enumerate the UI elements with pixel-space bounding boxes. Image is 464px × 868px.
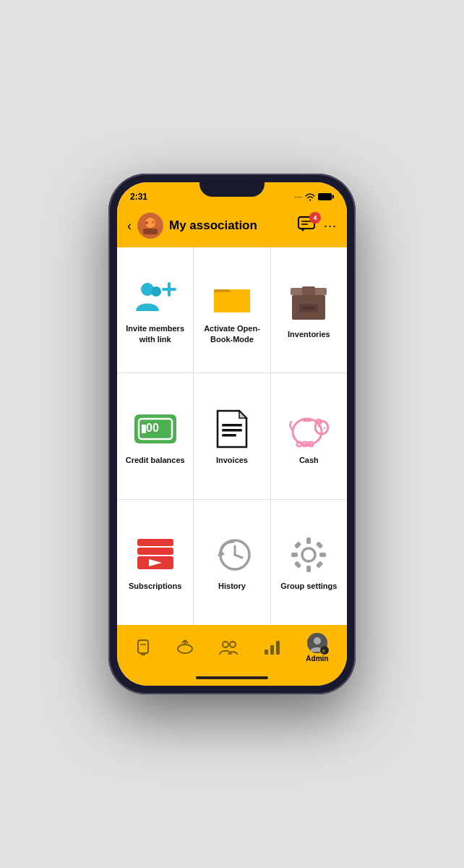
group-settings-label: Group settings <box>280 581 337 591</box>
grid-item-subscriptions[interactable]: Subscriptions <box>117 500 193 625</box>
svg-point-60 <box>178 644 192 653</box>
status-time: 2:31 <box>130 192 147 202</box>
grid-item-cash[interactable]: Cash <box>271 373 347 498</box>
header-title: My association <box>169 218 257 233</box>
nav-item-admin[interactable]: e Admin <box>300 630 334 665</box>
status-bar: 2:31 ···· <box>117 182 347 207</box>
svg-rect-55 <box>294 561 302 569</box>
subscriptions-label: Subscriptions <box>129 581 181 591</box>
svg-rect-27 <box>222 424 242 427</box>
svg-point-12 <box>151 286 161 297</box>
header-left: ‹ My association <box>127 213 257 239</box>
header-right: 4 ··· <box>298 216 337 235</box>
svg-rect-53 <box>294 541 302 549</box>
stats-icon <box>263 639 280 655</box>
svg-rect-68 <box>276 641 280 655</box>
svg-line-46 <box>235 555 242 558</box>
battery-icon <box>318 192 334 201</box>
open-book-icon <box>209 277 255 318</box>
credit-balances-label: Credit balances <box>126 455 185 465</box>
phone-screen: 2:31 ···· ‹ <box>117 182 347 686</box>
admin-avatar: e <box>307 633 327 653</box>
svg-text:00: 00 <box>146 422 159 434</box>
open-book-label: Activate Open-Book-Mode <box>199 323 264 344</box>
history-label: History <box>218 581 246 591</box>
svg-rect-40 <box>137 539 173 546</box>
notification-badge: 4 <box>309 212 321 224</box>
bottom-nav: e Admin <box>117 625 347 670</box>
status-icons: ···· <box>294 192 334 201</box>
notch <box>199 182 265 197</box>
svg-point-34 <box>321 428 322 430</box>
admin-label: Admin <box>306 655 328 663</box>
invoices-label: Invoices <box>216 455 248 465</box>
svg-point-33 <box>324 427 325 429</box>
svg-rect-19 <box>302 286 315 295</box>
history-icon <box>209 535 255 575</box>
grid-item-inventories[interactable]: Inventories <box>271 247 347 373</box>
grid-item-open-book[interactable]: Activate Open-Book-Mode <box>194 247 270 373</box>
svg-rect-41 <box>137 548 173 555</box>
group-settings-icon <box>285 535 332 575</box>
grid-item-history[interactable]: History <box>194 500 270 625</box>
svg-rect-0 <box>318 193 332 200</box>
svg-rect-66 <box>265 650 268 655</box>
grid-item-invoices[interactable]: Invoices <box>194 373 270 498</box>
svg-rect-28 <box>222 429 242 432</box>
svg-rect-22 <box>302 307 315 310</box>
grid-container: Invite members with link <box>117 247 347 625</box>
svg-rect-56 <box>316 561 324 569</box>
inventories-label: Inventories <box>288 329 330 339</box>
svg-rect-54 <box>316 541 324 549</box>
credit-balances-icon: 00 <box>132 409 179 449</box>
svg-marker-47 <box>218 549 225 556</box>
nav-item-stats[interactable] <box>257 637 286 658</box>
svg-text:e: e <box>322 648 325 653</box>
members-icon <box>219 639 238 655</box>
more-button[interactable]: ··· <box>324 218 337 234</box>
home-indicator <box>117 670 347 686</box>
subscriptions-icon <box>132 535 179 575</box>
nav-item-drinks[interactable] <box>129 636 157 659</box>
grid-item-invite-members[interactable]: Invite members with link <box>117 247 193 373</box>
svg-rect-59 <box>141 653 145 655</box>
svg-rect-57 <box>138 640 148 653</box>
svg-rect-50 <box>306 566 311 572</box>
invite-members-label: Invite members with link <box>123 323 187 344</box>
svg-point-6 <box>145 221 148 224</box>
back-button[interactable]: ‹ <box>127 218 132 234</box>
avatar <box>137 213 163 239</box>
svg-point-7 <box>152 221 155 224</box>
notification-wrapper[interactable]: 4 <box>298 216 315 235</box>
svg-rect-35 <box>303 420 312 422</box>
invite-members-icon <box>132 277 179 318</box>
svg-rect-17 <box>214 292 250 312</box>
cash-icon <box>285 409 332 449</box>
svg-rect-52 <box>319 553 326 557</box>
home-bar <box>196 676 268 679</box>
svg-rect-37 <box>297 442 301 446</box>
invoices-icon <box>209 409 255 449</box>
grid-item-credit-balances[interactable]: 00 Credit balances <box>117 373 193 498</box>
header: ‹ My association <box>117 207 347 247</box>
svg-rect-49 <box>306 537 311 544</box>
nav-item-members[interactable] <box>213 637 244 658</box>
admin-badge: e <box>320 646 329 655</box>
svg-rect-5 <box>143 229 158 234</box>
drink-icon <box>135 639 151 656</box>
svg-point-65 <box>230 642 236 647</box>
grid-item-group-settings[interactable]: Group settings <box>271 500 347 625</box>
svg-point-70 <box>314 637 321 644</box>
signal-icon: ···· <box>294 193 302 201</box>
svg-point-48 <box>302 548 315 561</box>
wifi-icon <box>305 193 315 201</box>
svg-point-64 <box>223 642 228 647</box>
svg-rect-1 <box>332 195 335 199</box>
svg-rect-51 <box>291 553 298 557</box>
svg-rect-29 <box>222 434 236 437</box>
cash-label: Cash <box>299 455 319 465</box>
svg-rect-67 <box>270 645 274 655</box>
phone-frame: 2:31 ···· ‹ <box>108 174 356 694</box>
food-icon <box>176 639 194 656</box>
nav-item-food[interactable] <box>171 636 199 659</box>
